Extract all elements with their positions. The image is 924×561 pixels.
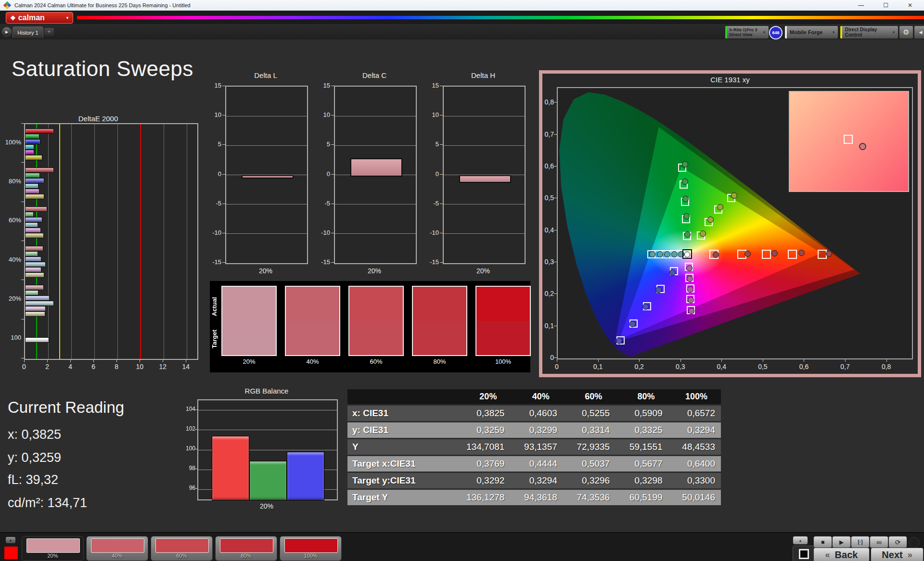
gridline: [94, 124, 95, 359]
pattern-window-button[interactable]: [793, 546, 815, 561]
gridline: [226, 204, 307, 204]
patch-button-20%[interactable]: 20%: [22, 536, 84, 561]
table-column-header: 60%: [563, 389, 616, 404]
y-tick-label: -5: [424, 200, 439, 207]
table-cell: 50,0146: [668, 490, 721, 505]
x-tick-label: 0,3: [673, 363, 688, 370]
meter-id-badge[interactable]: 646: [769, 26, 783, 39]
x-tick: [140, 360, 140, 362]
table-cell: 0,3294: [668, 422, 721, 438]
y-tick-label: -10: [316, 229, 330, 236]
minimize-button[interactable]: —: [858, 2, 864, 9]
y-tick: [554, 357, 557, 358]
y-tick: [222, 86, 225, 86]
y-group-label: 100: [0, 334, 21, 341]
y-tick: [440, 204, 443, 204]
history-play-button[interactable]: ▶: [2, 27, 12, 37]
cie-measured-green: [682, 196, 689, 202]
nav-expand-button[interactable]: ▲: [793, 536, 808, 545]
x-tick-label: 14: [179, 363, 192, 370]
measurement-table: 20%40%60%80%100%x: CIE310,38250,46030,52…: [347, 388, 721, 507]
x-tick-label: 0,4: [714, 363, 729, 370]
display-control-dropdown[interactable]: Direct Display Control ▼: [840, 26, 898, 39]
collapse-panel-button[interactable]: ◀: [914, 26, 924, 39]
table-cell: 59,1551: [616, 439, 668, 455]
cie-measured-cyan: [671, 251, 678, 257]
cie-measured-magenta: [687, 276, 693, 282]
x-tick: [163, 360, 163, 362]
deltae-bar-40%-1: [25, 251, 38, 256]
gridline: [444, 233, 525, 234]
rgb-bar-green: [249, 461, 287, 500]
deltae-bar-80%-2: [25, 178, 44, 183]
add-tab-button[interactable]: +: [44, 28, 54, 36]
next-button[interactable]: Next »: [871, 548, 924, 561]
y-tick: [554, 326, 557, 326]
maximize-button[interactable]: ☐: [883, 2, 888, 9]
y-tick: [21, 162, 24, 163]
gridline: [198, 410, 337, 410]
deltae-bar-100%-5: [25, 155, 42, 160]
y-tick: [222, 233, 225, 233]
deltae-bar-60%-3: [25, 222, 38, 228]
swatch-label: 40%: [285, 358, 340, 365]
cie-measured-blue: [669, 269, 676, 276]
y-tick-label: -10: [207, 229, 221, 236]
stop-button[interactable]: ■: [813, 536, 832, 548]
rgb-balance-chart: RGB Balance969810010210420%: [186, 385, 345, 515]
refresh-button[interactable]: ⟳: [888, 536, 907, 548]
y-group-label: 40%: [0, 256, 21, 263]
y-tick: [331, 115, 334, 115]
swatch-40%: [285, 286, 340, 356]
patch-label: 20%: [22, 553, 83, 559]
y-tick-label: 5: [424, 140, 439, 148]
table-row-label: Target y:CIE31: [347, 473, 458, 488]
y-tick-label: 0,2: [542, 290, 554, 297]
back-button[interactable]: « Back: [813, 548, 870, 561]
cie-measured-red: [771, 250, 778, 256]
play-button[interactable]: ▶: [832, 536, 851, 548]
patch-button-40%[interactable]: 40%: [86, 536, 148, 561]
deltae-bar-40%-0: [25, 246, 43, 251]
reference-line-3: [59, 124, 60, 359]
measurement-table-grid: 20%40%60%80%100%x: CIE310,38250,46030,52…: [347, 388, 721, 507]
x-tick: [70, 360, 71, 362]
y-tick: [440, 233, 443, 233]
continuous-read-button[interactable]: ∞: [870, 536, 888, 548]
table-cell: 93,1357: [510, 439, 563, 455]
table-cell: 72,9335: [563, 439, 616, 455]
calman-logo-button[interactable]: ❖ calman ▼: [6, 12, 73, 24]
table-cell: 74,3536: [563, 490, 616, 505]
rgb-bar-blue: [287, 452, 324, 500]
table-cell: 0,3300: [668, 473, 721, 488]
y-tick-label: 15: [424, 82, 439, 89]
patch-button-60%[interactable]: 60%: [151, 536, 213, 561]
y-tick: [554, 198, 557, 198]
target-row-label: Target: [211, 322, 218, 356]
display-control-status-bar: [840, 26, 842, 38]
x-tick: [845, 359, 846, 362]
patch-button-100%[interactable]: 100%: [280, 536, 342, 561]
deltae-bar-100-0: [25, 337, 49, 343]
meter-dropdown[interactable]: X-Rite i1Pro 3 Direct View ▼: [725, 26, 769, 39]
y-tick-label: 10: [424, 111, 439, 118]
patch-swatch: [91, 538, 144, 553]
deltae-bar-60%-5: [25, 233, 44, 238]
y-tick: [222, 204, 225, 204]
table-cell: 0,3325: [616, 422, 668, 438]
delta-lch-charts: Delta L151050-5-10-1520%Delta C151050-5-…: [212, 70, 529, 280]
meter-mode: Direct View: [729, 32, 757, 37]
table-row-label: y: CIE31: [347, 422, 458, 438]
source-dropdown[interactable]: Mobile Forge ▼: [784, 26, 838, 39]
deltae-bar-60%-0: [25, 206, 47, 212]
close-button[interactable]: ✕: [908, 2, 912, 9]
gridline: [48, 124, 49, 359]
table-cell: 0,5677: [616, 456, 668, 472]
single-read-button[interactable]: [·]: [851, 536, 870, 548]
pattern-toggle-button[interactable]: ▲: [6, 537, 15, 543]
tab-history-1[interactable]: History 1: [13, 26, 43, 38]
patch-label: 60%: [151, 553, 212, 559]
patch-button-80%[interactable]: 80%: [215, 536, 277, 561]
settings-gear-button[interactable]: ⚙: [899, 26, 913, 39]
patch-label: 80%: [216, 553, 277, 559]
